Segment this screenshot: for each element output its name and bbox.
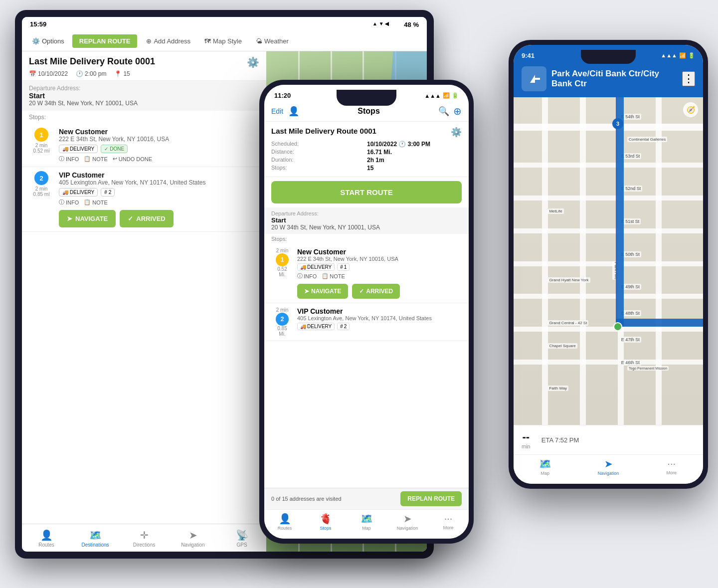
arrived-icon: ✓ xyxy=(359,288,364,295)
phone1-navigate-btn[interactable]: ➤ NAVIGATE xyxy=(297,284,348,299)
map-style-button[interactable]: 🗺 Map Style xyxy=(199,35,247,47)
p2-tab-navigation[interactable]: ➤ Navigation xyxy=(577,458,640,476)
poi-togo: Togo Permanent Mission xyxy=(627,366,669,371)
phone1-footer: 0 of 15 addresses are visited REPLAN ROU… xyxy=(264,488,469,509)
tablet-left-panel: Last Mile Delivery Route 0001 ⚙️ 📅 10/10… xyxy=(22,51,266,552)
phone1-tab-more[interactable]: ··· More xyxy=(428,513,469,531)
visited-count: 0 of 15 addresses are visited xyxy=(271,496,342,502)
phone2-eta-bar: -- min ETA 7:52 PM xyxy=(514,425,703,454)
navigate-button[interactable]: ➤ NAVIGATE xyxy=(59,210,116,227)
phone2-status-icons: ▲▲▲ 📶 🔋 xyxy=(661,52,695,59)
tablet-battery: ▲ ▼ ◀ 48 % xyxy=(372,20,419,28)
info-button-2[interactable]: ⓘ INFO xyxy=(59,198,79,206)
stops-label: Stops: xyxy=(264,234,469,244)
stops-tab-icon: 🫀 xyxy=(320,513,332,525)
arrived-check-icon: ✓ xyxy=(128,215,133,222)
table-row: 2 2 min 0.85 mi VIP Customer 405 Lexingt… xyxy=(22,167,266,232)
phone1-bottom-nav: 👤 Routes 🫀 Stops 🗺️ Map ➤ Navigation ···… xyxy=(264,509,469,539)
edit-button[interactable]: Edit xyxy=(271,107,283,115)
phone1-replan-button[interactable]: REPLAN ROUTE xyxy=(400,491,462,506)
poi-faith: Faith Way xyxy=(547,386,568,391)
routes-tab-icon: 👤 xyxy=(279,513,291,525)
tab-routes[interactable]: 👤 Routes xyxy=(22,527,71,550)
navigate-icon: ➤ xyxy=(304,288,309,295)
phone1-scroll[interactable]: Departure Address: Start 20 W 34th St, N… xyxy=(264,207,469,488)
options-button[interactable]: ⚙️ Options xyxy=(28,35,68,47)
tab-gps[interactable]: 📡 GPS xyxy=(217,527,266,550)
phone1-tab-routes[interactable]: 👤 Routes xyxy=(264,513,305,531)
poi-chapel: Chapel Square xyxy=(547,343,577,349)
phone1-delivery-tag-2: 🚚 DELIVERY xyxy=(297,323,335,330)
note-button[interactable]: 📋 NOTE xyxy=(84,155,108,163)
stop-timeline-1: 1 2 min 0.52 mi xyxy=(29,128,54,154)
stop-number-2: 2 xyxy=(34,171,48,185)
pin-icon: 📍 xyxy=(114,70,122,77)
phone1-timeline-2: 2 min 2 0.85 Mi. xyxy=(271,307,293,337)
stop-info-1: New Customer 222 E 34th St, New York, NY… xyxy=(59,128,259,163)
phone1-route-settings[interactable]: ⚙️ xyxy=(451,127,462,138)
route-settings-button[interactable]: ⚙️ xyxy=(247,56,259,68)
add-address-button[interactable]: ⊕ Add Address xyxy=(141,35,195,47)
add-stop-button[interactable]: ⊕ xyxy=(453,105,462,117)
start-route-button[interactable]: START ROUTE xyxy=(271,181,462,203)
phone1-number-tag-2: # 2 xyxy=(337,323,350,330)
phone1-arrived-btn[interactable]: ✓ ARRIVED xyxy=(352,284,400,299)
p2-tab-map[interactable]: 🗺️ Map xyxy=(514,458,577,476)
calendar-icon: 📅 xyxy=(29,70,36,77)
gps-icon: 📡 xyxy=(236,529,248,541)
note-button-2[interactable]: 📋 NOTE xyxy=(84,198,108,206)
nav-more-button[interactable]: ⋮ xyxy=(682,71,695,86)
delivery-tag-2: 🚚 DELIVERY xyxy=(59,188,98,196)
route-stops-count: 📍 15 xyxy=(114,70,130,77)
phone1-number-tag: # 1 xyxy=(337,263,350,271)
info-icon: ⓘ xyxy=(297,272,303,280)
navigation-tab-icon: ➤ xyxy=(604,458,613,470)
phone2-notch xyxy=(581,50,636,64)
route-time: 🕐 2:00 pm xyxy=(76,70,106,77)
route-marker-3: 3 xyxy=(612,118,623,129)
tablet-time: 15:59 xyxy=(30,20,46,28)
route-line-h xyxy=(616,319,703,327)
phone1-delivery-tag: 🚚 DELIVERY xyxy=(297,263,335,271)
search-button[interactable]: 🔍 xyxy=(438,106,449,117)
phone1-tab-navigation[interactable]: ➤ Navigation xyxy=(387,513,428,531)
phone2-map[interactable]: E 54th St E 53rd St E 52nd St E 51st St … xyxy=(514,97,703,425)
phone1-note-btn[interactable]: 📋 NOTE xyxy=(322,272,345,280)
stop-info-2: VIP Customer 405 Lexington Ave, New York… xyxy=(59,171,259,227)
phone1-departure: Departure Address: Start 20 W 34th St, N… xyxy=(264,207,469,234)
plus-icon: ⊕ xyxy=(146,37,152,45)
more-tab-icon: ··· xyxy=(667,458,676,469)
replan-route-button[interactable]: REPLAN ROUTE xyxy=(72,34,138,48)
tab-navigation[interactable]: ➤ Navigation xyxy=(169,527,217,550)
info-button[interactable]: ⓘ INFO xyxy=(59,155,79,163)
phone1-info-btn[interactable]: ⓘ INFO xyxy=(297,272,317,280)
p2-tab-more[interactable]: ··· More xyxy=(640,458,703,476)
phone2-time: 9:41 xyxy=(522,52,535,59)
note-icon: 📋 xyxy=(84,199,91,205)
undo-done-button[interactable]: ↩ UNDO DONE xyxy=(113,155,152,163)
list-item: 2 min 2 0.85 Mi. VIP Customer 405 Lexing… xyxy=(264,303,469,341)
route-dot-current xyxy=(613,322,622,331)
nav-tab-icon: ➤ xyxy=(403,513,412,525)
phone1-stop-dot-1: 1 xyxy=(276,253,289,266)
weather-button[interactable]: 🌤 Weather xyxy=(251,35,294,47)
phone1-status-icons: ▲▲▲ 📶 🔋 xyxy=(424,92,459,99)
phone1-time: 11:20 xyxy=(274,92,291,99)
info-icon: ⓘ xyxy=(59,155,64,163)
note-icon: 📋 xyxy=(322,273,329,279)
battery-icon: 🔋 xyxy=(688,52,695,59)
person-icon: 👤 xyxy=(288,106,299,117)
tab-destinations[interactable]: 🗺️ Destinations xyxy=(71,527,120,550)
map-style-icon: 🗺 xyxy=(204,37,211,45)
tab-directions[interactable]: ✛ Directions xyxy=(120,527,169,550)
phone1-stop-content-2: VIP Customer 405 Lexington Ave, New York… xyxy=(297,307,462,337)
compass-icon: 🧭 xyxy=(683,102,698,117)
arrived-button[interactable]: ✓ ARRIVED xyxy=(120,210,174,227)
map-tab-icon: 🗺️ xyxy=(539,458,551,470)
weather-icon: 🌤 xyxy=(256,37,262,45)
phone1-screen: 11:20 ▲▲▲ 📶 🔋 Edit 👤 Stops 🔍 ⊕ Last Mile… xyxy=(264,85,469,539)
eta-display: -- min xyxy=(522,430,531,449)
phone1-tab-map[interactable]: 🗺️ Map xyxy=(346,513,387,531)
signal-icon: ▲▲▲ xyxy=(424,93,441,99)
phone1-tab-stops[interactable]: 🫀 Stops xyxy=(305,513,346,531)
